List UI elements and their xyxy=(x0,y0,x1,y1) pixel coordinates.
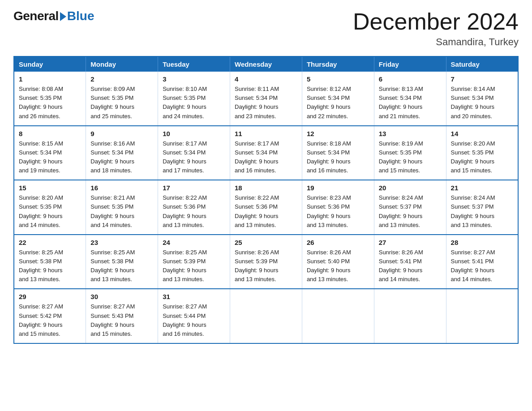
day-number: 23 xyxy=(90,239,153,246)
calendar-cell: 13 Sunrise: 8:19 AMSunset: 5:35 PMDaylig… xyxy=(374,126,446,180)
calendar-cell: 23 Sunrise: 8:25 AMSunset: 5:38 PMDaylig… xyxy=(86,235,158,289)
calendar-cell: 17 Sunrise: 8:22 AMSunset: 5:36 PMDaylig… xyxy=(158,180,230,235)
day-number: 22 xyxy=(19,239,81,246)
day-number: 26 xyxy=(307,239,369,246)
calendar-cell: 1 Sunrise: 8:08 AMSunset: 5:35 PMDayligh… xyxy=(14,72,86,126)
day-info: Sunrise: 8:10 AMSunset: 5:35 PMDaylight:… xyxy=(163,85,225,121)
calendar-week-row: 1 Sunrise: 8:08 AMSunset: 5:35 PMDayligh… xyxy=(14,72,518,126)
day-number: 16 xyxy=(90,184,153,192)
day-info: Sunrise: 8:16 AMSunset: 5:34 PMDaylight:… xyxy=(90,139,153,176)
day-info: Sunrise: 8:20 AMSunset: 5:35 PMDaylight:… xyxy=(19,193,81,230)
calendar-week-row: 15 Sunrise: 8:20 AMSunset: 5:35 PMDaylig… xyxy=(14,180,518,235)
calendar-cell: 30 Sunrise: 8:27 AMSunset: 5:43 PMDaylig… xyxy=(86,289,158,343)
calendar-cell xyxy=(446,289,518,343)
calendar-week-row: 22 Sunrise: 8:25 AMSunset: 5:38 PMDaylig… xyxy=(14,235,518,289)
day-number: 8 xyxy=(19,130,81,137)
month-title: December 2024 xyxy=(353,9,519,34)
day-info: Sunrise: 8:18 AMSunset: 5:34 PMDaylight:… xyxy=(307,139,369,176)
calendar-cell: 12 Sunrise: 8:18 AMSunset: 5:34 PMDaylig… xyxy=(302,126,374,180)
header-thursday: Thursday xyxy=(302,56,374,72)
title-area: December 2024 Samandira, Turkey xyxy=(353,9,519,48)
day-number: 6 xyxy=(379,75,442,83)
calendar-cell: 8 Sunrise: 8:15 AMSunset: 5:34 PMDayligh… xyxy=(14,126,86,180)
calendar-cell: 19 Sunrise: 8:23 AMSunset: 5:36 PMDaylig… xyxy=(302,180,374,235)
calendar-cell: 26 Sunrise: 8:26 AMSunset: 5:40 PMDaylig… xyxy=(302,235,374,289)
day-number: 12 xyxy=(307,130,369,137)
location-subtitle: Samandira, Turkey xyxy=(353,36,519,48)
day-info: Sunrise: 8:27 AMSunset: 5:44 PMDaylight:… xyxy=(163,302,225,338)
day-info: Sunrise: 8:17 AMSunset: 5:34 PMDaylight:… xyxy=(163,139,225,176)
day-info: Sunrise: 8:23 AMSunset: 5:36 PMDaylight:… xyxy=(307,193,369,230)
calendar-cell: 20 Sunrise: 8:24 AMSunset: 5:37 PMDaylig… xyxy=(374,180,446,235)
day-number: 24 xyxy=(163,239,225,246)
day-info: Sunrise: 8:26 AMSunset: 5:39 PMDaylight:… xyxy=(235,248,297,284)
day-number: 10 xyxy=(163,130,225,137)
day-info: Sunrise: 8:27 AMSunset: 5:43 PMDaylight:… xyxy=(90,302,153,338)
day-info: Sunrise: 8:27 AMSunset: 5:42 PMDaylight:… xyxy=(19,302,81,338)
logo-general-text: General xyxy=(13,9,59,23)
day-number: 29 xyxy=(19,293,81,300)
day-number: 19 xyxy=(307,184,369,192)
calendar-cell: 6 Sunrise: 8:13 AMSunset: 5:34 PMDayligh… xyxy=(374,72,446,126)
calendar-cell xyxy=(374,289,446,343)
day-info: Sunrise: 8:15 AMSunset: 5:34 PMDaylight:… xyxy=(19,139,81,176)
calendar-cell: 28 Sunrise: 8:27 AMSunset: 5:41 PMDaylig… xyxy=(446,235,518,289)
header-tuesday: Tuesday xyxy=(158,56,230,72)
day-info: Sunrise: 8:27 AMSunset: 5:41 PMDaylight:… xyxy=(451,248,513,284)
calendar-cell: 25 Sunrise: 8:26 AMSunset: 5:39 PMDaylig… xyxy=(230,235,302,289)
calendar-cell xyxy=(230,289,302,343)
day-info: Sunrise: 8:20 AMSunset: 5:35 PMDaylight:… xyxy=(451,139,513,176)
logo-arrow-icon xyxy=(60,12,66,21)
day-number: 4 xyxy=(235,75,297,83)
calendar-week-row: 8 Sunrise: 8:15 AMSunset: 5:34 PMDayligh… xyxy=(14,126,518,180)
day-info: Sunrise: 8:22 AMSunset: 5:36 PMDaylight:… xyxy=(163,193,225,230)
calendar-cell: 10 Sunrise: 8:17 AMSunset: 5:34 PMDaylig… xyxy=(158,126,230,180)
day-info: Sunrise: 8:25 AMSunset: 5:38 PMDaylight:… xyxy=(90,248,153,284)
calendar-cell: 18 Sunrise: 8:22 AMSunset: 5:36 PMDaylig… xyxy=(230,180,302,235)
calendar-cell: 2 Sunrise: 8:09 AMSunset: 5:35 PMDayligh… xyxy=(86,72,158,126)
day-number: 1 xyxy=(19,75,81,83)
calendar-week-row: 29 Sunrise: 8:27 AMSunset: 5:42 PMDaylig… xyxy=(14,289,518,343)
calendar-cell: 4 Sunrise: 8:11 AMSunset: 5:34 PMDayligh… xyxy=(230,72,302,126)
calendar-cell: 29 Sunrise: 8:27 AMSunset: 5:42 PMDaylig… xyxy=(14,289,86,343)
day-info: Sunrise: 8:12 AMSunset: 5:34 PMDaylight:… xyxy=(307,85,369,121)
day-info: Sunrise: 8:09 AMSunset: 5:35 PMDaylight:… xyxy=(90,85,153,121)
day-number: 2 xyxy=(90,75,153,83)
day-number: 15 xyxy=(19,184,81,192)
day-number: 20 xyxy=(379,184,442,192)
day-info: Sunrise: 8:17 AMSunset: 5:34 PMDaylight:… xyxy=(235,139,297,176)
day-number: 30 xyxy=(90,293,153,300)
calendar-cell: 31 Sunrise: 8:27 AMSunset: 5:44 PMDaylig… xyxy=(158,289,230,343)
calendar-cell xyxy=(302,289,374,343)
calendar-cell: 5 Sunrise: 8:12 AMSunset: 5:34 PMDayligh… xyxy=(302,72,374,126)
logo-blue-text: Blue xyxy=(67,9,94,23)
header-friday: Friday xyxy=(374,56,446,72)
day-number: 14 xyxy=(451,130,513,137)
day-info: Sunrise: 8:25 AMSunset: 5:38 PMDaylight:… xyxy=(19,248,81,284)
header-sunday: Sunday xyxy=(14,56,86,72)
header-wednesday: Wednesday xyxy=(230,56,302,72)
logo: General Blue xyxy=(13,9,94,23)
calendar-cell: 7 Sunrise: 8:14 AMSunset: 5:34 PMDayligh… xyxy=(446,72,518,126)
calendar-cell: 9 Sunrise: 8:16 AMSunset: 5:34 PMDayligh… xyxy=(86,126,158,180)
day-info: Sunrise: 8:24 AMSunset: 5:37 PMDaylight:… xyxy=(451,193,513,230)
day-number: 21 xyxy=(451,184,513,192)
day-number: 9 xyxy=(90,130,153,137)
page-header: General Blue December 2024 Samandira, Tu… xyxy=(13,9,519,48)
calendar-cell: 27 Sunrise: 8:26 AMSunset: 5:41 PMDaylig… xyxy=(374,235,446,289)
calendar-table: Sunday Monday Tuesday Wednesday Thursday… xyxy=(13,56,519,344)
day-number: 27 xyxy=(379,239,442,246)
day-number: 18 xyxy=(235,184,297,192)
calendar-cell: 24 Sunrise: 8:25 AMSunset: 5:39 PMDaylig… xyxy=(158,235,230,289)
day-number: 28 xyxy=(451,239,513,246)
day-number: 7 xyxy=(451,75,513,83)
day-info: Sunrise: 8:08 AMSunset: 5:35 PMDaylight:… xyxy=(19,85,81,121)
day-info: Sunrise: 8:14 AMSunset: 5:34 PMDaylight:… xyxy=(451,85,513,121)
day-info: Sunrise: 8:21 AMSunset: 5:35 PMDaylight:… xyxy=(90,193,153,230)
header-monday: Monday xyxy=(86,56,158,72)
day-info: Sunrise: 8:19 AMSunset: 5:35 PMDaylight:… xyxy=(379,139,442,176)
calendar-cell: 16 Sunrise: 8:21 AMSunset: 5:35 PMDaylig… xyxy=(86,180,158,235)
day-number: 31 xyxy=(163,293,225,300)
day-number: 11 xyxy=(235,130,297,137)
calendar-header-row: Sunday Monday Tuesday Wednesday Thursday… xyxy=(14,56,518,72)
